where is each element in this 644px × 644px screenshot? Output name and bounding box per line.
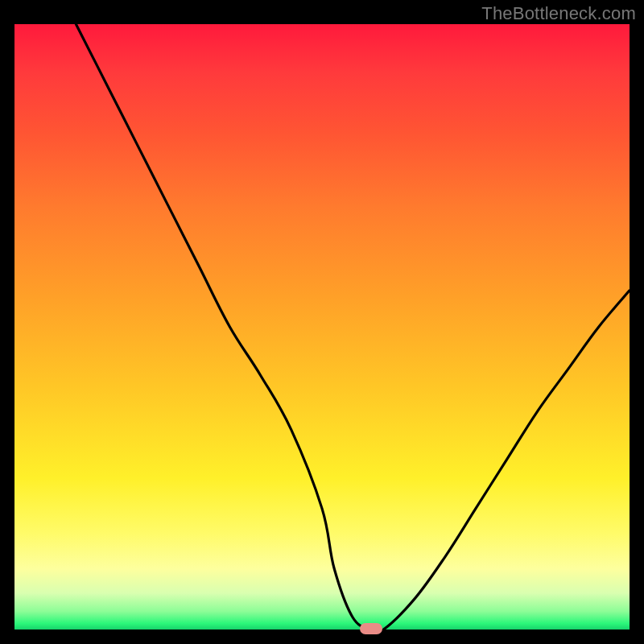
optimal-point-marker	[360, 623, 382, 634]
watermark-label: TheBottleneck.com	[481, 3, 636, 24]
chart-frame: TheBottleneck.com	[0, 0, 644, 644]
bottleneck-curve	[14, 24, 630, 630]
plot-container	[14, 24, 630, 630]
